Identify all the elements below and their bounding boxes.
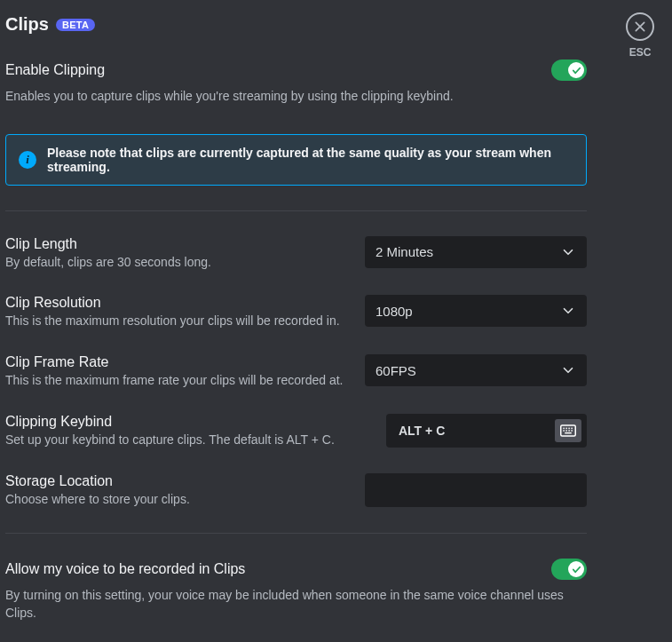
beta-badge: BETA bbox=[56, 19, 95, 31]
page-header: Clips BETA bbox=[5, 0, 587, 35]
clipping-keybind-row: Clipping Keybind Set up your keybind to … bbox=[5, 414, 587, 448]
check-icon bbox=[572, 565, 581, 575]
storage-location-title: Storage Location bbox=[5, 473, 347, 489]
storage-location-field[interactable] bbox=[365, 473, 587, 507]
svg-rect-11 bbox=[565, 432, 572, 434]
storage-location-row: Storage Location Choose where to store y… bbox=[5, 473, 587, 508]
clipping-keybind-title: Clipping Keybind bbox=[5, 414, 360, 430]
svg-rect-7 bbox=[563, 431, 565, 432]
allow-voice-section: Allow my voice to be recorded in Clips B… bbox=[5, 559, 587, 622]
svg-rect-3 bbox=[563, 428, 565, 430]
clip-length-select[interactable]: 2 Minutes bbox=[365, 236, 587, 268]
info-note: i Please note that clips are currently c… bbox=[5, 134, 587, 186]
enable-clipping-section: Enable Clipping Enables you to capture c… bbox=[5, 59, 587, 106]
check-icon bbox=[572, 66, 581, 75]
divider bbox=[5, 533, 587, 534]
chevron-down-icon bbox=[560, 362, 576, 378]
storage-location-desc: Choose where to store your clips. bbox=[5, 491, 347, 508]
close-icon bbox=[633, 20, 647, 34]
svg-rect-2 bbox=[561, 425, 576, 436]
info-icon: i bbox=[19, 151, 36, 169]
svg-rect-10 bbox=[571, 431, 573, 432]
svg-rect-8 bbox=[565, 431, 567, 432]
allow-voice-toggle[interactable] bbox=[551, 559, 587, 580]
clip-resolution-value: 1080p bbox=[376, 304, 413, 319]
clip-framerate-title: Clip Frame Rate bbox=[5, 354, 347, 370]
toggle-knob bbox=[568, 561, 584, 577]
clipping-keybind-desc: Set up your keybind to capture clips. Th… bbox=[5, 432, 360, 448]
close-area: ESC bbox=[626, 12, 654, 59]
clip-resolution-select[interactable]: 1080p bbox=[365, 295, 587, 327]
page-title: Clips bbox=[5, 14, 49, 35]
esc-label: ESC bbox=[629, 46, 652, 59]
clip-length-value: 2 Minutes bbox=[376, 244, 433, 259]
clip-resolution-row: Clip Resolution This is the maximum reso… bbox=[5, 295, 587, 329]
enable-clipping-title: Enable Clipping bbox=[5, 62, 105, 78]
enable-clipping-desc: Enables you to capture clips while you'r… bbox=[5, 88, 587, 106]
clip-length-row: Clip Length By default, clips are 30 sec… bbox=[5, 236, 587, 271]
clip-framerate-value: 60FPS bbox=[376, 363, 416, 378]
chevron-down-icon bbox=[560, 244, 576, 260]
clip-framerate-select[interactable]: 60FPS bbox=[365, 354, 587, 386]
keybind-record-button[interactable] bbox=[555, 419, 581, 442]
svg-rect-4 bbox=[565, 428, 567, 430]
clip-resolution-desc: This is the maximum resolution your clip… bbox=[5, 313, 347, 329]
clip-length-title: Clip Length bbox=[5, 236, 347, 252]
svg-rect-6 bbox=[571, 428, 573, 430]
clip-framerate-row: Clip Frame Rate This is the maximum fram… bbox=[5, 354, 587, 389]
allow-voice-title: Allow my voice to be recorded in Clips bbox=[5, 561, 245, 577]
clip-length-desc: By default, clips are 30 seconds long. bbox=[5, 254, 347, 271]
chevron-down-icon bbox=[560, 303, 576, 319]
clip-framerate-desc: This is the maximum frame rate your clip… bbox=[5, 372, 347, 389]
clipping-keybind-field[interactable]: ALT + C bbox=[386, 414, 587, 448]
clip-resolution-title: Clip Resolution bbox=[5, 295, 347, 311]
divider bbox=[5, 210, 587, 211]
allow-voice-desc: By turning on this setting, your voice m… bbox=[5, 587, 587, 622]
close-button[interactable] bbox=[626, 12, 654, 41]
toggle-knob bbox=[568, 62, 584, 78]
info-note-text: Please note that clips are currently cap… bbox=[47, 146, 573, 174]
svg-rect-5 bbox=[568, 428, 570, 430]
clipping-keybind-value: ALT + C bbox=[399, 424, 445, 438]
svg-rect-9 bbox=[568, 431, 570, 432]
keyboard-icon bbox=[560, 424, 576, 437]
enable-clipping-toggle[interactable] bbox=[551, 59, 587, 81]
